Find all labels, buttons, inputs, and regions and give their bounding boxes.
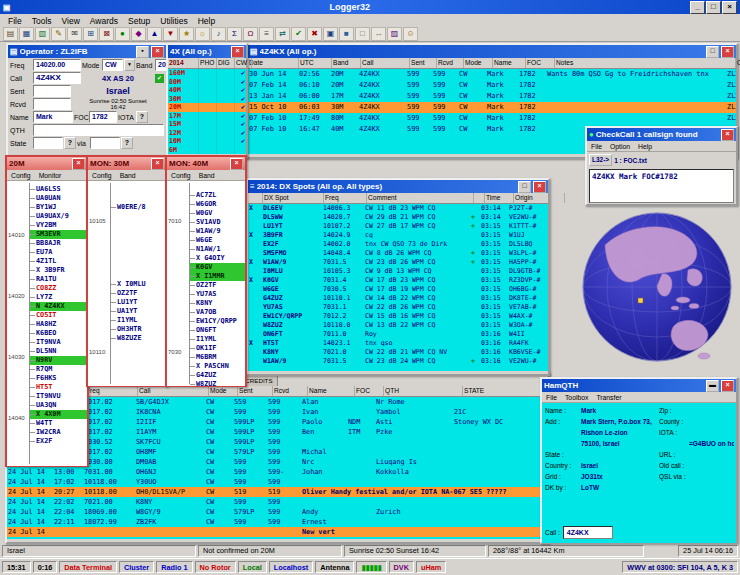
bandmap-spot-call[interactable]: W6GOR: [190, 200, 245, 209]
worked-band-row[interactable]: 15M✔: [168, 120, 246, 129]
bandmap-menu-config[interactable]: Config: [11, 172, 31, 179]
dx-spot-row[interactable]: W6GE7030.5CW 17 dB 19 WPM CQ03:15OH6BG-#: [248, 285, 548, 294]
menu-awards[interactable]: Awards: [86, 16, 122, 26]
worked-band-row[interactable]: 10M✔: [168, 137, 246, 146]
bandmap-spot-call[interactable]: K0GV: [190, 263, 245, 272]
mail-icon[interactable]: ✉: [67, 27, 82, 41]
status-indicator[interactable]: Radio 1: [156, 561, 192, 573]
bandmap-spot-call[interactable]: IW2CRA: [30, 428, 87, 437]
close-button[interactable]: ×: [722, 1, 737, 14]
bandmap-spot-call[interactable]: RA1TU: [30, 275, 87, 284]
operator-close-button[interactable]: ×: [151, 46, 164, 58]
dx-spot-row[interactable]: W8ZUZ10110.0CW 13 dB 22 WPM CQ03:15W3OA-…: [248, 321, 548, 330]
increase-icon[interactable]: ▲: [147, 27, 162, 41]
dx-spot-row[interactable]: K8NY7021.0CW 22 dB 21 WPM CQ NV03:16KB6V…: [248, 348, 548, 357]
bandmap-spot-call[interactable]: UA3QN: [30, 401, 87, 410]
dxspots-maximize-button[interactable]: □: [518, 181, 531, 193]
logbook-row[interactable]: 24 Jul 14New vert: [7, 527, 548, 537]
bandmap-spot-call[interactable]: EW1CY/QRPP: [190, 317, 245, 326]
bandmap-spot-call[interactable]: W6GE: [190, 236, 245, 245]
bandmap-spot-call[interactable]: OZ2TF: [111, 289, 166, 298]
mode-input[interactable]: CW: [102, 59, 123, 71]
status-indicator[interactable]: 0:16: [33, 561, 58, 573]
via-input[interactable]: [90, 137, 120, 149]
menu-utilities[interactable]: Utilities: [156, 16, 191, 26]
bandmap-spot-call[interactable]: N9RV: [30, 356, 87, 365]
bandmap-spot-call[interactable]: I1YML: [190, 335, 245, 344]
bandmap-menu-monitor[interactable]: Monitor: [39, 172, 62, 179]
bandmap-spot-call[interactable]: 4Z1TL: [30, 257, 87, 266]
globe-window[interactable]: [580, 200, 734, 374]
dx-spot-row[interactable]: G4ZUZ10110.1CW 14 dB 22 WPM CQ03:15DK8TE…: [248, 294, 548, 303]
awards-icon[interactable]: ★: [179, 27, 194, 41]
antenna-tuner-icon[interactable]: Ω: [243, 27, 258, 41]
prevqso-maximize-button[interactable]: □: [706, 46, 719, 58]
logbook-row[interactable]: 24 Jul 1417:0210118.00Y30UOCW599599: [7, 477, 548, 487]
map-icon[interactable]: ▨: [387, 27, 402, 41]
prevqso-row[interactable]: 07 Feb 1406:1020M4Z4KX599599CWMark1782ZL…: [248, 80, 736, 91]
bandmap-spot-call[interactable]: VY2BM: [30, 221, 87, 230]
logbook-row[interactable]: 24 Jul 1422:0418069.00W8GY/9CW579LP599An…: [7, 507, 548, 517]
hamqth-menu-file[interactable]: File: [546, 394, 557, 401]
bandmap-spot-call[interactable]: SM3EVR: [30, 230, 87, 239]
dx-spot-row[interactable]: W1AW/97031.5CW 23 dB 24 WPM CQ+03:16VE2W…: [248, 357, 548, 366]
dx-spot-row[interactable]: EW1CY/QRPP7012.2CW 15 dB 16 WPM CQ03:15W…: [248, 312, 548, 321]
delete-icon[interactable]: ✖: [307, 27, 322, 41]
bandmap-spot-call[interactable]: W8ZUZ: [190, 380, 245, 386]
bandmap-spot-call[interactable]: AC7ZL: [190, 191, 245, 200]
dxspots-titlebar[interactable]: ≡ 2014: DX Spots (All op. All types) □ ×: [248, 180, 548, 193]
logbook-row[interactable]: 24 Jul 1422:027021.00K8NYCW599599: [7, 497, 548, 507]
bandmap-spot-call[interactable]: IT9NVA: [30, 338, 87, 347]
bandmap-close-button[interactable]: ×: [230, 158, 243, 170]
bandmap-spot-call[interactable]: M6BRM: [190, 353, 245, 362]
dx-spot-row[interactable]: XK0GV7031.4CW 17 dB 23 WPM CQ03:15RZ3DVP…: [248, 276, 548, 285]
radio-panel-icon[interactable]: ▣: [323, 27, 338, 41]
prevqso-row[interactable]: 15 Oct 1006:0330M4Z4KX599599CWMark1782ZL…: [248, 102, 736, 113]
bandmap-spot-call[interactable]: W0ERE/8: [111, 203, 166, 212]
bandmap-titlebar[interactable]: 20M×: [7, 157, 87, 170]
prevqso-row[interactable]: 07 Feb 1017:4980M4Z4KX599599CWMark1782ZL…: [248, 113, 736, 124]
dxspots-close-button[interactable]: ×: [533, 181, 546, 193]
worked-close-button[interactable]: ×: [231, 46, 244, 58]
dx-spot-row[interactable]: X3B9FR14024.9cq03:15W1UJ: [248, 231, 548, 240]
app-titlebar[interactable]: ▣ Logger32 _ □ ×: [0, 0, 740, 14]
bandmap-spot-call[interactable]: K6BEO: [30, 329, 87, 338]
bandmap-spot-call[interactable]: HA8HZ: [30, 320, 87, 329]
bandmap-spot-call[interactable]: HT5T: [30, 383, 87, 392]
bandmap-spot-call[interactable]: K8NY: [190, 299, 245, 308]
status-indicator[interactable]: uHam: [416, 561, 446, 573]
checkcall-close-button[interactable]: ×: [721, 129, 734, 141]
status-indicator[interactable]: Cluster: [119, 561, 154, 573]
checkcall-menu-file[interactable]: File: [591, 143, 602, 150]
bandmap-spot-call[interactable]: UA1YT: [111, 307, 166, 316]
dx-spot-row[interactable]: I0MLU10105.3CW 9 dB 13 WPM CQ03:15DL9GTB…: [248, 267, 548, 276]
prevqso-close-button[interactable]: ×: [721, 46, 734, 58]
bandmap-menu-config[interactable]: Config: [171, 172, 191, 179]
bandmap-spot-call[interactable]: X I1MMR: [190, 272, 245, 281]
status-indicator[interactable]: ▮▮▮▮▮: [356, 561, 386, 573]
operator-pin-button[interactable]: ▪: [136, 46, 149, 58]
status-indicator[interactable]: Data Terminal: [59, 561, 117, 573]
dx-spot-row[interactable]: XW1AW/97031.5CW 23 dB 26 WPM CQ+03:15HA5…: [248, 258, 548, 267]
prevqso-titlebar[interactable]: ▤ 4Z4KX (All op.) □ ×: [248, 45, 736, 58]
telnet-icon[interactable]: ■: [339, 27, 354, 41]
close-window-icon[interactable]: ⊠: [99, 27, 114, 41]
logbook-row[interactable]: 24 Jul 1420:2710118.00OH0/DL1SVA/PCW5195…: [7, 487, 548, 497]
call-input[interactable]: 4Z4KX: [33, 72, 81, 84]
mode-dropdown-arrow[interactable]: ▼: [124, 59, 135, 71]
via-help-button[interactable]: ?: [121, 137, 133, 149]
logbook-row[interactable]: 24 Jul 1413:007031.00OH6NJCW599599-Johan…: [7, 467, 548, 477]
state-input[interactable]: [33, 137, 63, 149]
bandmap-spot-call[interactable]: G4ZUZ: [190, 371, 245, 380]
bandmap-spot-call[interactable]: UA0UAN: [30, 194, 87, 203]
hamqth-titlebar[interactable]: HamQTH ▬ ×: [542, 379, 736, 392]
bandmap-spot-call[interactable]: W0GV: [190, 209, 245, 218]
status-indicator[interactable]: DVK: [389, 561, 414, 573]
foc-input[interactable]: 1782: [89, 111, 117, 123]
edit-note-icon[interactable]: ✎: [51, 27, 66, 41]
status-indicator[interactable]: Localhost: [269, 561, 313, 573]
menu-file[interactable]: File: [4, 16, 26, 26]
bandmap-close-button[interactable]: ×: [151, 158, 164, 170]
checkcall-menu-help[interactable]: Help: [638, 143, 652, 150]
status-indicator[interactable]: Antenna: [315, 561, 354, 573]
